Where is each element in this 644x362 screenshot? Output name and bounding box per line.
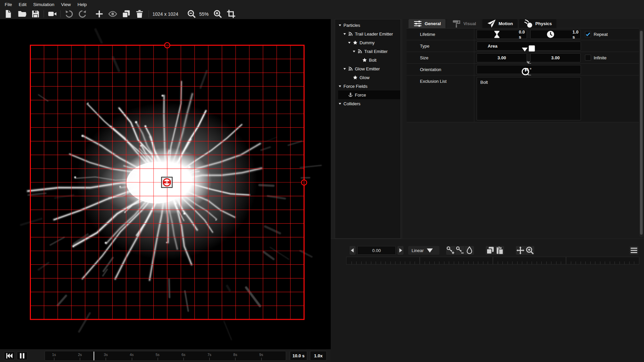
arrow-right-icon: [397, 246, 404, 255]
tree-item-trail-leader-emitter[interactable]: Trail Leader Emitter: [335, 29, 400, 38]
paste-curve-button[interactable]: [495, 246, 504, 255]
expander-arrow-icon[interactable]: [343, 67, 346, 70]
size-height-field[interactable]: 3.00: [530, 53, 581, 62]
interpolation-dropdown[interactable]: Linear: [408, 246, 439, 255]
repeat-checkbox[interactable]: [585, 31, 591, 37]
particle-icon: [353, 40, 358, 45]
size-width-value: 3.00: [497, 55, 506, 60]
menu-simulation[interactable]: Simulation: [30, 2, 58, 7]
time-tick: [132, 358, 132, 360]
record-button[interactable]: [47, 9, 57, 18]
ink-drop-icon: [465, 246, 474, 255]
tree-item-bolt[interactable]: Bolt: [335, 56, 400, 64]
record-video-icon: [47, 9, 57, 18]
scene-tree-panel: ParticlesTrail Leader EmitterDummyTrail …: [335, 19, 401, 239]
curve-timeline-ruler[interactable]: [346, 257, 639, 264]
ruler-minor-tick: [434, 261, 435, 264]
speed-button[interactable]: 1.0x: [310, 351, 327, 361]
tree-item-glow-emitter[interactable]: Glow Emitter: [335, 64, 400, 73]
expander-arrow-icon[interactable]: [353, 50, 356, 53]
duplicate-button[interactable]: [121, 9, 131, 18]
pan-mode-button[interactable]: [516, 246, 525, 255]
playhead[interactable]: [94, 352, 94, 360]
frame-next-button[interactable]: [397, 246, 404, 255]
add-node-button[interactable]: [94, 9, 104, 18]
infinite-checkbox[interactable]: [585, 55, 591, 61]
visibility-button[interactable]: [108, 9, 118, 18]
tree-item-colliders[interactable]: Colliders: [335, 99, 400, 108]
emitter-icon: [358, 49, 362, 54]
undo-button[interactable]: [64, 9, 74, 18]
expander-arrow-icon[interactable]: [348, 41, 351, 44]
expander-arrow-icon[interactable]: [343, 33, 346, 36]
menu-file[interactable]: File: [1, 2, 15, 7]
copy-curve-button[interactable]: [486, 246, 495, 255]
frame-prev-button[interactable]: [350, 246, 356, 255]
tree-item-force-fields[interactable]: Force Fields: [335, 82, 400, 90]
tree-item-label: Force Fields: [343, 84, 368, 89]
ruler-minor-tick: [483, 261, 483, 264]
ruler-minor-tick: [614, 261, 615, 264]
tab-physics[interactable]: Physics: [519, 19, 556, 28]
orientation-field[interactable]: 0 °: [477, 65, 581, 74]
save-button[interactable]: [31, 9, 41, 18]
tree-item-label: Force: [355, 93, 366, 98]
ruler-minor-tick: [532, 261, 532, 264]
zoom-in-button[interactable]: [213, 9, 223, 18]
duration-button[interactable]: 10.0 s: [290, 351, 307, 361]
exclusion-list-item[interactable]: Bolt: [480, 80, 577, 85]
add-key-button[interactable]: [446, 246, 455, 255]
expander-arrow-icon[interactable]: [338, 102, 341, 105]
zoom-mode-button[interactable]: [525, 246, 534, 255]
exclusion-listbox[interactable]: Bolt: [477, 77, 581, 120]
ruler-minor-tick: [449, 261, 449, 264]
ruler-minor-tick: [454, 261, 454, 264]
clear-keys-button[interactable]: [465, 246, 474, 255]
lifetime-start-value: 0.0 s: [519, 29, 527, 40]
tree-item-dummy[interactable]: Dummy: [335, 38, 400, 47]
tree-item-force[interactable]: Force: [335, 90, 400, 99]
ruler-minor-tick: [459, 261, 459, 264]
menu-help[interactable]: Help: [74, 2, 90, 7]
time-tick: [80, 358, 80, 360]
skip-to-start-button[interactable]: [4, 352, 15, 360]
remove-key-button[interactable]: [455, 246, 465, 255]
force-icon: [348, 93, 353, 97]
expander-arrow-icon[interactable]: [338, 24, 341, 27]
redo-button[interactable]: [77, 9, 88, 18]
menu-edit[interactable]: Edit: [15, 2, 30, 7]
tab-general[interactable]: General: [409, 19, 445, 28]
inspector-scrollbar[interactable]: [639, 29, 643, 237]
timeline-scrubber[interactable]: 1s2s3s4s5s6s7s8s9s: [45, 351, 286, 361]
lifetime-duration-field[interactable]: 1.0 s: [530, 30, 581, 39]
tree-item-trail-emitter[interactable]: Trail Emitter: [335, 47, 400, 56]
tree-item-glow[interactable]: Glow: [335, 73, 400, 82]
remove-key-icon: [455, 246, 465, 255]
tree-item-label: Trail Emitter: [364, 49, 388, 54]
zoom-out-icon: [186, 9, 197, 18]
frame-value-field[interactable]: 0.00: [357, 246, 396, 255]
tab-label: Physics: [535, 21, 552, 26]
tab-motion[interactable]: Motion: [482, 19, 518, 28]
curve-menu-button[interactable]: [630, 246, 638, 255]
pause-button[interactable]: [17, 352, 28, 360]
open-button[interactable]: [17, 9, 27, 18]
ruler-minor-tick: [400, 261, 400, 264]
zoom-out-button[interactable]: [186, 9, 197, 18]
tab-visual[interactable]: Visual: [447, 19, 481, 28]
tree-item-particles[interactable]: Particles: [335, 21, 400, 29]
checkmark-icon: [585, 32, 591, 37]
menu-view[interactable]: View: [58, 2, 74, 7]
type-dropdown[interactable]: Area: [477, 42, 581, 51]
emitter-icon: [348, 32, 353, 36]
simulation-viewport[interactable]: [0, 19, 331, 349]
time-tick: [235, 358, 235, 360]
delete-button[interactable]: [135, 9, 145, 18]
new-file-button[interactable]: [3, 9, 13, 18]
lifetime-start-field[interactable]: 0.0 s: [477, 30, 527, 39]
crop-button[interactable]: [226, 9, 236, 18]
add-key-icon: [446, 246, 455, 255]
size-width-field[interactable]: 3.00: [477, 53, 527, 62]
scrollbar-thumb[interactable]: [640, 31, 643, 235]
expander-arrow-icon[interactable]: [338, 85, 341, 88]
